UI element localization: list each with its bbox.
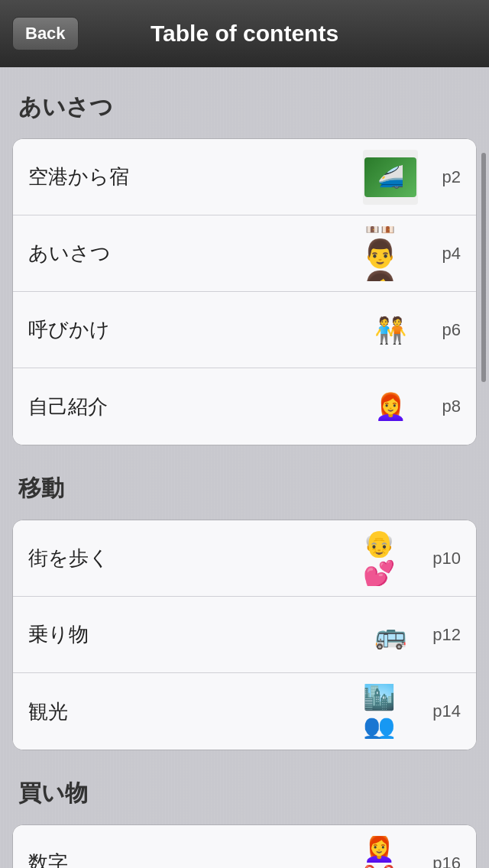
row-icon: 🏙️👥 [363,684,418,739]
row-icon: 👩‍🦰✂️ [363,836,418,869]
row-page: p14 [430,701,461,721]
row-page: p10 [430,549,461,568]
row-label: 観光 [28,698,363,725]
section-header-greetings: あいさつ [12,83,477,132]
row-page: p16 [430,853,461,869]
row-label: 数字 [28,850,363,868]
row-icon: 👩‍🦰 [363,379,418,434]
row-label: 呼びかけ [28,316,363,343]
table-row[interactable]: 呼びかけ 🧑‍🤝‍🧑 p6 [13,292,476,368]
content-area: あいさつ 空港から宿 🚄 p2 あいさつ 🏘️👨👩 p4 呼びかけ 🧑‍🤝‍🧑 … [0,67,489,868]
row-page: p2 [430,167,461,187]
table-row[interactable]: 空港から宿 🚄 p2 [13,139,476,215]
row-label: 空港から宿 [28,164,363,190]
row-label: あいさつ [28,240,363,267]
row-label: 自己紹介 [28,394,363,420]
table-row[interactable]: 数字 👩‍🦰✂️ p16 [13,825,476,868]
table-row[interactable]: 街を歩く 👴💕 p10 [13,520,476,597]
row-page: p4 [430,244,461,264]
nav-bar: Back Table of contents [0,0,489,67]
row-page: p6 [430,320,461,340]
card-group-greetings: 空港から宿 🚄 p2 あいさつ 🏘️👨👩 p4 呼びかけ 🧑‍🤝‍🧑 p6 自己… [12,138,477,445]
row-icon: 🧑‍🤝‍🧑 [363,303,418,358]
row-page: p12 [430,625,461,645]
card-group-movement: 街を歩く 👴💕 p10 乗り物 🚌 p12 観光 🏙️👥 p14 [12,520,477,750]
row-icon: 🏘️👨👩 [363,226,418,281]
table-row[interactable]: 観光 🏙️👥 p14 [13,673,476,750]
card-group-shopping: 数字 👩‍🦰✂️ p16 買い物 👨‍🍳 p18 [12,824,477,868]
row-icon: 🚄 [363,150,418,205]
row-icon: 👴💕 [363,531,418,586]
table-row[interactable]: あいさつ 🏘️👨👩 p4 [13,215,476,292]
table-row[interactable]: 自己紹介 👩‍🦰 p8 [13,368,476,445]
row-page: p8 [430,397,461,416]
section-header-shopping: 買い物 [12,769,477,818]
row-icon: 🚌 [363,607,418,662]
scroll-indicator[interactable] [481,153,486,382]
back-button[interactable]: Back [12,17,79,50]
row-label: 街を歩く [28,545,363,572]
section-header-movement: 移動 [12,464,477,513]
row-label: 乗り物 [28,621,363,648]
table-row[interactable]: 乗り物 🚌 p12 [13,597,476,673]
